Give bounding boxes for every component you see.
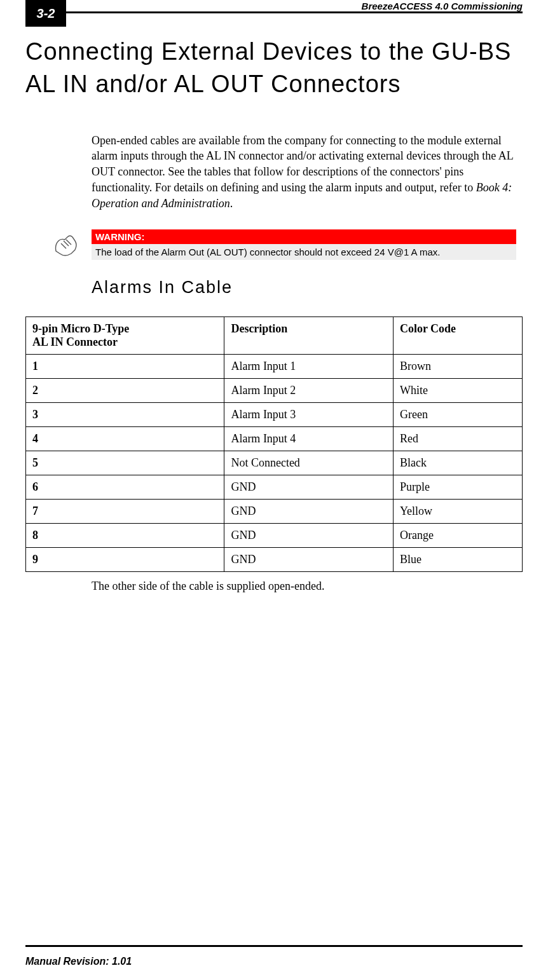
desc-cell: GND: [224, 475, 394, 499]
table-row: 3 Alarm Input 3 Green: [26, 402, 523, 426]
color-cell: Red: [393, 426, 522, 451]
desc-cell: GND: [224, 547, 394, 571]
color-cell: Blue: [393, 547, 522, 571]
color-cell: Brown: [393, 354, 522, 378]
color-cell: White: [393, 378, 522, 402]
header-rule: BreezeACCESS 4.0 Commissioning: [66, 11, 523, 27]
closing-paragraph: The other side of the cable is supplied …: [92, 578, 516, 594]
desc-cell: Alarm Input 1: [224, 354, 394, 378]
color-cell: Yellow: [393, 499, 522, 523]
desc-cell: Alarm Input 2: [224, 378, 394, 402]
intro-end: .: [230, 197, 233, 210]
warning-block: WARNING: The load of the Alarm Out (AL O…: [92, 229, 516, 260]
table-row: 9 GND Blue: [26, 547, 523, 571]
desc-cell: Not Connected: [224, 451, 394, 475]
pin-cell: 3: [26, 402, 224, 426]
table-header-description: Description: [224, 316, 394, 354]
color-cell: Orange: [393, 523, 522, 547]
table-header-color: Color Code: [393, 316, 522, 354]
footer-text: Manual Revision: 1.01: [25, 956, 523, 967]
footer-rule: [25, 945, 523, 947]
pin-table: 9-pin Micro D-Type AL IN Connector Descr…: [25, 316, 523, 572]
color-cell: Green: [393, 402, 522, 426]
warning-text: The load of the Alarm Out (AL OUT) conne…: [92, 244, 516, 260]
table-row: 7 GND Yellow: [26, 499, 523, 523]
table-row: 1 Alarm Input 1 Brown: [26, 354, 523, 378]
intro-text: Open-ended cables are available from the…: [92, 134, 513, 194]
table-header-line2: AL IN Connector: [32, 336, 118, 348]
section-title: Alarms In Cable: [92, 278, 523, 297]
table-row: 5 Not Connected Black: [26, 451, 523, 475]
desc-cell: Alarm Input 4: [224, 426, 394, 451]
page-title: Connecting External Devices to the GU-BS…: [25, 36, 523, 101]
table-row: 2 Alarm Input 2 White: [26, 378, 523, 402]
warning-label: WARNING:: [92, 229, 516, 244]
color-cell: Purple: [393, 475, 522, 499]
pin-cell: 2: [26, 378, 224, 402]
desc-cell: GND: [224, 499, 394, 523]
table-header-row: 9-pin Micro D-Type AL IN Connector Descr…: [26, 316, 523, 354]
desc-cell: GND: [224, 523, 394, 547]
table-row: 4 Alarm Input 4 Red: [26, 426, 523, 451]
table-header-line1: 9-pin Micro D-Type: [32, 322, 129, 335]
running-title: BreezeACCESS 4.0 Commissioning: [358, 1, 523, 11]
pin-cell: 4: [26, 426, 224, 451]
intro-paragraph: Open-ended cables are available from the…: [92, 133, 516, 212]
pin-cell: 7: [26, 499, 224, 523]
pin-cell: 5: [26, 451, 224, 475]
pin-cell: 6: [26, 475, 224, 499]
pin-cell: 8: [26, 523, 224, 547]
desc-cell: Alarm Input 3: [224, 402, 394, 426]
page-number: 3-2: [25, 0, 66, 27]
page-header: 3-2 BreezeACCESS 4.0 Commissioning: [25, 0, 523, 27]
pin-cell: 9: [26, 547, 224, 571]
page-footer: Manual Revision: 1.01: [25, 945, 523, 967]
pin-cell: 1: [26, 354, 224, 378]
table-row: 6 GND Purple: [26, 475, 523, 499]
hand-warning-icon: [52, 232, 81, 257]
color-cell: Black: [393, 451, 522, 475]
table-row: 8 GND Orange: [26, 523, 523, 547]
table-header-pin: 9-pin Micro D-Type AL IN Connector: [26, 316, 224, 354]
